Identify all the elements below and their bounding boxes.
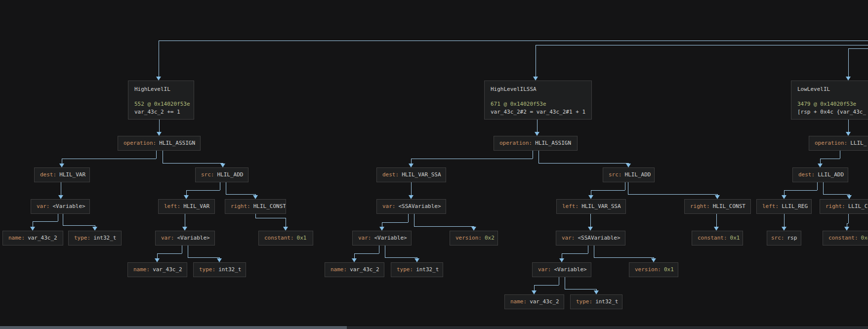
field-value: HLIL_VAR (183, 203, 209, 209)
field-value: <Variable> (554, 266, 587, 273)
edge-segment (848, 48, 849, 77)
edge-segment (188, 257, 219, 258)
edge-segment (594, 257, 654, 258)
arrowhead-icon (471, 227, 476, 231)
t0-node-type2: type:int32_t (193, 262, 246, 277)
field-value: var_43c_2 (153, 266, 182, 273)
arrowhead-icon (847, 195, 852, 199)
horizontal-scrollbar-thumb[interactable] (0, 326, 347, 329)
edge-segment (590, 214, 591, 227)
edge-segment (157, 253, 182, 254)
arrowhead-icon (253, 195, 258, 199)
edge-segment (847, 223, 848, 224)
edge-segment (156, 151, 157, 159)
arrowhead-icon (846, 77, 851, 81)
edge-segment (628, 182, 628, 194)
arrowhead-icon (182, 227, 187, 231)
edge-segment (188, 245, 188, 257)
edge-segment (848, 48, 868, 49)
edge-segment (159, 41, 868, 41)
edge-segment (538, 163, 628, 164)
edge-segment (379, 246, 379, 253)
field-value: <SSAVariable> (578, 235, 620, 241)
arrowhead-icon (588, 227, 593, 231)
field-label: right: (826, 203, 845, 209)
field-label: dest: (798, 171, 815, 178)
edge-segment (159, 41, 159, 77)
t1-node-version1: version:0x1 (629, 262, 678, 277)
arrowhead-icon (846, 132, 851, 136)
field-value: int32_t (218, 266, 241, 273)
arrowhead-icon (155, 258, 160, 262)
arrowhead-icon (184, 195, 189, 199)
field-label: type: (397, 266, 413, 273)
edge-segment (255, 218, 286, 218)
arrowhead-icon (409, 164, 413, 167)
edge-segment (163, 151, 163, 163)
edge-segment (538, 151, 539, 163)
t1-node-src: src:HLIL_ADD (603, 167, 655, 182)
edge-segment (382, 222, 408, 223)
field-value: <Variable> (53, 203, 85, 209)
field-value: HLIL_ASSIGN (535, 140, 571, 146)
t1-node-var-ssa: var:<SSAVariable> (376, 199, 446, 214)
edge-segment (63, 225, 95, 226)
field-value: 0x4 (861, 235, 868, 241)
t0-node-dest: dest:HLIL_VAR (34, 167, 90, 182)
arrowhead-icon (535, 132, 539, 136)
field-value: LLIL_ADD (818, 171, 844, 178)
field-value: HLIL_CONST (713, 203, 745, 209)
edge-segment (537, 120, 537, 132)
arrowhead-icon (59, 164, 64, 167)
il-instruction-text: [rsp + 0x4c {var_43c_ (797, 108, 868, 116)
field-label: constant: (698, 235, 727, 241)
arrowhead-icon (533, 77, 538, 81)
field-label: operation: (124, 140, 156, 146)
arrowhead-icon (414, 258, 419, 262)
field-value: int32_t (416, 266, 439, 273)
t0-node-constant: constant:0x1 (258, 231, 313, 246)
edge-segment (562, 253, 588, 254)
arrowhead-icon (352, 258, 357, 262)
arrowhead-icon (626, 164, 631, 167)
t2-node-constant: constant:0x4 (823, 231, 868, 246)
edge-segment (58, 213, 58, 221)
arrowhead-icon (559, 258, 564, 262)
field-label: src: (771, 235, 785, 241)
field-label: src: (609, 171, 622, 178)
field-value: 0x1 (664, 266, 674, 273)
arrowhead-icon (156, 77, 161, 81)
t2-node-operation: operation:LLIL_ (809, 136, 868, 151)
t1-node-type2: type:int32_t (570, 294, 622, 309)
arrowhead-icon (217, 258, 222, 262)
arrowhead-icon (651, 258, 656, 262)
edge-segment (226, 182, 226, 194)
edge-segment (62, 159, 156, 159)
edge-segment (408, 214, 409, 222)
field-label: type: (199, 266, 215, 273)
arrowhead-icon (532, 290, 537, 294)
t0-node-name: name:var_43c_2 (2, 231, 63, 246)
field-label: left: (762, 203, 779, 209)
edge-segment (411, 159, 533, 159)
field-label: var: (358, 235, 372, 241)
t0-node-var: var:<Variable> (31, 199, 90, 214)
edge-segment (182, 245, 182, 253)
field-value: var_43c_2 (530, 298, 559, 305)
il-instruction-address: 671 @ 0x14020f53e (491, 100, 591, 108)
edge-segment (226, 194, 255, 195)
t0-node-src: src:HLIL_ADD (195, 167, 248, 182)
t0-node-right: right:HLIL_CONST (225, 199, 286, 214)
field-value: HLIL_VAR_SSA (402, 171, 441, 178)
field-value: LLIL_ (850, 140, 867, 146)
arrowhead-icon (379, 227, 384, 231)
field-label: version: (635, 266, 661, 273)
field-value: <Variable> (177, 235, 210, 241)
t1-node-dest: dest:HLIL_VAR_SSA (376, 167, 446, 182)
edge-segment (536, 45, 536, 77)
edge-segment (185, 214, 185, 227)
il-graph-canvas[interactable]: HighLevelIL 552 @ 0x14020f53e var_43c_2 … (0, 0, 868, 329)
field-label: dest: (382, 171, 399, 178)
edge-segment (533, 151, 533, 159)
arrowhead-icon (157, 132, 162, 136)
